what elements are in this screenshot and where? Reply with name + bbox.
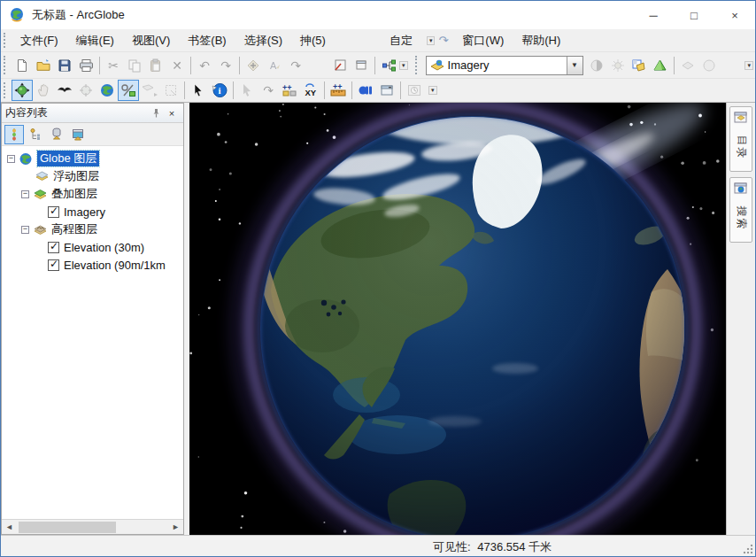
list-by-drawing-order-button[interactable] — [4, 125, 24, 144]
tree-label-draped-layers[interactable]: 叠加图层 — [51, 186, 97, 202]
toolbar-overflow-icon[interactable]: ▾ — [427, 36, 436, 45]
scroll-right-icon[interactable]: ► — [168, 521, 183, 534]
layer-combo-value: Imagery — [448, 58, 567, 72]
layers-toolbar-grip[interactable] — [415, 56, 420, 73]
tab-catalog[interactable]: 目录 — [729, 106, 752, 172]
layer-combo-dropdown[interactable]: ▼ — [567, 57, 582, 74]
undo-button[interactable]: ↶ — [194, 55, 215, 76]
contrast-button[interactable] — [586, 55, 607, 76]
copy-button[interactable] — [124, 55, 145, 76]
menu-view[interactable]: 视图(V) — [123, 30, 179, 51]
redo-button[interactable]: ↷ — [215, 55, 236, 76]
add-data-button[interactable] — [243, 55, 264, 76]
toc-title: 内容列表 — [5, 105, 148, 120]
imagery-checkbox[interactable] — [48, 206, 59, 218]
label-button[interactable]: A — [264, 55, 285, 76]
tree-label-elevation-30m[interactable]: Elevation (30m) — [64, 241, 144, 254]
menu-selection[interactable]: 选择(S) — [235, 30, 291, 51]
tree-row-elevation-layers[interactable]: 高程图层 — [2, 220, 183, 238]
elevation-90m-checkbox[interactable] — [48, 259, 59, 271]
animation-button[interactable] — [404, 80, 425, 101]
measure-button[interactable]: ++ — [328, 80, 349, 101]
maximize-button[interactable]: □ — [674, 1, 714, 29]
base-heights-button[interactable] — [650, 55, 671, 76]
tree-row-imagery[interactable]: Imagery — [2, 203, 183, 220]
tools-toolbar-grip[interactable] — [4, 82, 8, 98]
row1-overflow[interactable]: ▾ — [744, 61, 753, 70]
tree-label-globe-layers[interactable]: Globe 图层 — [37, 151, 99, 166]
tree-row-elevation-30m[interactable]: Elevation (30m) — [2, 238, 183, 256]
modelbuilder-button[interactable] — [378, 55, 399, 76]
zoom-to-target-button[interactable] — [139, 80, 160, 101]
expander-icon[interactable] — [7, 155, 15, 163]
transparency-button[interactable] — [629, 55, 650, 76]
menu-file[interactable]: 文件(F) — [12, 30, 67, 51]
layer-combo[interactable]: Imagery ▼ — [426, 56, 583, 75]
refresh-button[interactable]: ↷ — [285, 55, 306, 76]
delete-button[interactable]: ✕ — [166, 55, 188, 76]
catalog-window-button[interactable] — [329, 55, 351, 76]
clear-selection-button[interactable]: ↷ — [258, 80, 279, 101]
menu-edit[interactable]: 编辑(E) — [67, 30, 123, 51]
search-window-button[interactable] — [351, 55, 372, 76]
tree-label-floating-layers[interactable]: 浮动图层 — [53, 168, 99, 184]
pause-drawing-button[interactable] — [355, 80, 376, 101]
center-target-button[interactable] — [75, 80, 96, 101]
expander-icon[interactable] — [21, 190, 29, 198]
open-button[interactable] — [33, 55, 54, 76]
toc-horizontal-scrollbar[interactable]: ◄ ► — [2, 519, 183, 534]
swipe-layer-button[interactable] — [677, 55, 698, 76]
tree-row-globe-layers[interactable]: Globe 图层 — [2, 150, 183, 167]
list-by-visibility-button[interactable] — [47, 125, 66, 144]
tree-label-elevation-90m[interactable]: Elevation (90m/1km — [64, 259, 166, 272]
select-features-button[interactable] — [236, 80, 258, 101]
menu-bookmarks[interactable]: 书签(B) — [179, 30, 235, 51]
globe-viewport[interactable] — [189, 103, 727, 535]
standard-toolbar-grip[interactable] — [4, 56, 8, 73]
new-document-button[interactable] — [12, 55, 33, 76]
row2-overflow[interactable]: ▾ — [428, 86, 437, 95]
minimize-button[interactable]: ─ — [633, 1, 674, 29]
tree-label-imagery[interactable]: Imagery — [64, 205, 105, 219]
expander-icon[interactable] — [21, 226, 29, 234]
brightness-button[interactable] — [607, 55, 629, 76]
scroll-left-icon[interactable]: ◄ — [2, 521, 17, 534]
menu-help[interactable]: 帮助(H) — [513, 30, 569, 51]
resize-grip[interactable] — [742, 543, 753, 554]
scrollbar-thumb[interactable] — [19, 522, 116, 533]
print-button[interactable] — [75, 55, 96, 76]
list-by-source-button[interactable] — [26, 125, 45, 144]
list-by-selection-button[interactable] — [68, 125, 88, 144]
pan-button[interactable] — [33, 80, 54, 101]
surface-mode-button[interactable] — [118, 80, 139, 101]
toc-close-icon[interactable]: × — [164, 105, 180, 121]
elevation-30m-checkbox[interactable] — [48, 242, 59, 253]
tree-row-floating-layers[interactable]: 浮动图层 — [2, 167, 183, 185]
standard-toolbar-overflow[interactable]: ▾ — [399, 61, 408, 70]
paste-button[interactable] — [145, 55, 166, 76]
fly-button[interactable] — [54, 80, 75, 101]
tree-row-elevation-90m[interactable]: Elevation (90m/1km — [2, 256, 183, 274]
find-button[interactable]: ++ — [279, 80, 300, 101]
close-button[interactable]: × — [714, 1, 755, 29]
goto-xy-button[interactable]: XY — [300, 80, 321, 101]
save-button[interactable] — [54, 55, 75, 76]
zoom-rectangle-button[interactable] — [160, 80, 181, 101]
navigate-button[interactable] — [12, 80, 33, 101]
flicker-layer-button[interactable] — [698, 55, 720, 76]
cut-button[interactable]: ✂ — [103, 55, 124, 76]
identify-button[interactable]: i — [209, 80, 230, 101]
menu-window[interactable]: 窗口(W) — [453, 30, 513, 51]
select-elements-button[interactable] — [188, 80, 209, 101]
tree-label-elevation-layers[interactable]: 高程图层 — [51, 221, 97, 237]
tree-row-draped-layers[interactable]: 叠加图层 — [2, 185, 183, 203]
viewer-window-button[interactable] — [376, 80, 397, 101]
pin-icon[interactable] — [148, 105, 164, 121]
menu-customize[interactable]: 自定 — [381, 30, 421, 51]
full-extent-button[interactable] — [96, 80, 118, 101]
layers-stack-icon — [35, 170, 50, 183]
visibility-status: 可见性: 4736.554 千米 — [433, 539, 552, 555]
tab-search[interactable]: 搜索 — [729, 177, 752, 243]
menubar-grip[interactable] — [4, 33, 8, 49]
menu-geoprocessing[interactable]: 抻(5) — [291, 30, 335, 51]
